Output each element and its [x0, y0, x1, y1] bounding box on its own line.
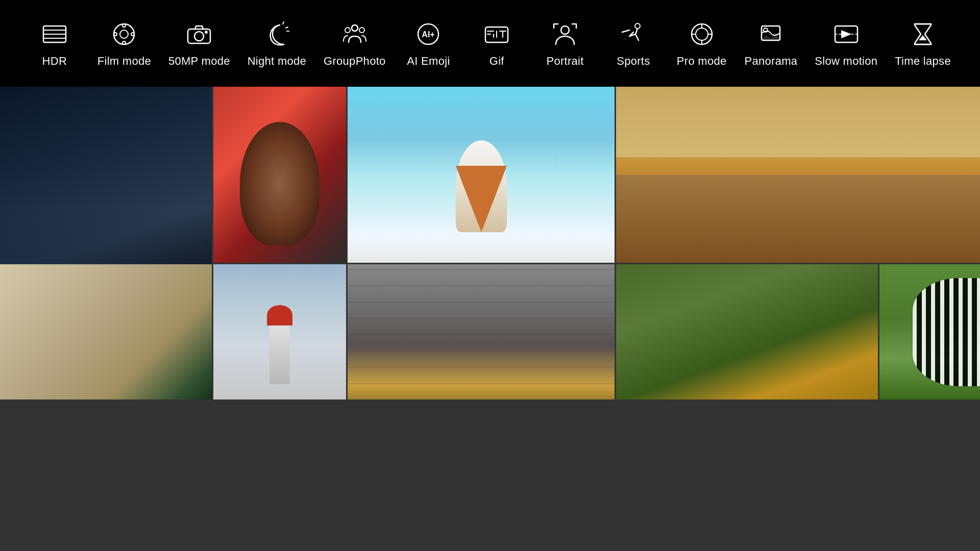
- night-icon: [261, 19, 292, 49]
- slow-motion-icon: [831, 19, 862, 49]
- sports-icon: [618, 19, 649, 49]
- pro-mode-icon: [687, 19, 717, 49]
- photo-woman[interactable]: [213, 87, 346, 263]
- photo-alley[interactable]: [348, 264, 615, 399]
- camera-50mp-icon: [184, 19, 214, 49]
- svg-point-12: [205, 31, 207, 33]
- svg-text:AI+: AI+: [422, 30, 435, 39]
- svg-point-13: [352, 25, 358, 31]
- nav-item-panorama[interactable]: Panorama: [745, 19, 798, 68]
- nav-item-50mp[interactable]: 50MP mode: [168, 19, 230, 68]
- nav-label-50mp: 50MP mode: [168, 55, 230, 68]
- photo-friends[interactable]: [0, 264, 212, 399]
- svg-point-5: [120, 30, 128, 38]
- nav-label-slow-motion: Slow motion: [815, 55, 877, 68]
- nav-item-night-mode[interactable]: Night mode: [248, 19, 307, 68]
- nav-label-ai-emoji: AI Emoji: [407, 55, 450, 68]
- nav-label-portrait: Portrait: [546, 55, 583, 68]
- nav-label-night-mode: Night mode: [248, 55, 307, 68]
- portrait-icon: [550, 19, 580, 49]
- ai-emoji-icon: AI+: [413, 19, 444, 49]
- photo-lighthouse[interactable]: [213, 264, 346, 399]
- nav-label-film-mode: Film mode: [97, 55, 151, 68]
- svg-point-23: [635, 23, 640, 29]
- nav-label-group-photo: GroupPhoto: [324, 55, 386, 68]
- nav-label-sports: Sports: [617, 55, 650, 68]
- photo-camels[interactable]: [616, 87, 980, 263]
- nav-item-group-photo[interactable]: GroupPhoto: [324, 19, 386, 68]
- svg-point-8: [114, 33, 117, 36]
- nav-label-panorama: Panorama: [745, 55, 798, 68]
- nav-item-portrait[interactable]: Portrait: [540, 19, 591, 68]
- group-icon: [339, 19, 370, 49]
- nav-label-gif: Gif: [489, 55, 504, 68]
- gif-icon: [481, 19, 512, 49]
- photo-grid: [0, 87, 980, 551]
- nav-label-pro-mode: Pro mode: [677, 55, 727, 68]
- svg-point-22: [561, 26, 569, 34]
- svg-point-7: [122, 41, 126, 44]
- svg-point-6: [122, 24, 126, 27]
- photo-zebra[interactable]: [879, 264, 980, 399]
- svg-point-11: [194, 32, 204, 41]
- hdr-icon: [39, 19, 70, 49]
- photo-icecream[interactable]: [348, 87, 615, 263]
- svg-point-9: [131, 33, 134, 36]
- nav-item-film-mode[interactable]: Film mode: [97, 19, 151, 68]
- panorama-icon: [755, 19, 786, 49]
- nav-item-ai-emoji[interactable]: AI+ AI Emoji: [403, 19, 454, 68]
- time-lapse-icon: [908, 19, 938, 49]
- top-navigation: HDR Film mode 50MP mode: [0, 0, 980, 87]
- svg-point-25: [696, 28, 708, 40]
- nav-item-sports[interactable]: Sports: [608, 19, 659, 68]
- nav-label-hdr: HDR: [42, 55, 67, 68]
- svg-point-15: [359, 28, 364, 33]
- nav-label-time-lapse: Time lapse: [895, 55, 951, 68]
- nav-item-pro-mode[interactable]: Pro mode: [676, 19, 727, 68]
- photo-cyclist[interactable]: [616, 264, 878, 399]
- nav-item-hdr[interactable]: HDR: [29, 19, 80, 68]
- nav-item-time-lapse[interactable]: Time lapse: [895, 19, 951, 68]
- nav-item-slow-motion[interactable]: Slow motion: [815, 19, 877, 68]
- nav-item-gif[interactable]: Gif: [471, 19, 522, 68]
- film-icon: [109, 19, 139, 49]
- svg-point-14: [345, 28, 350, 33]
